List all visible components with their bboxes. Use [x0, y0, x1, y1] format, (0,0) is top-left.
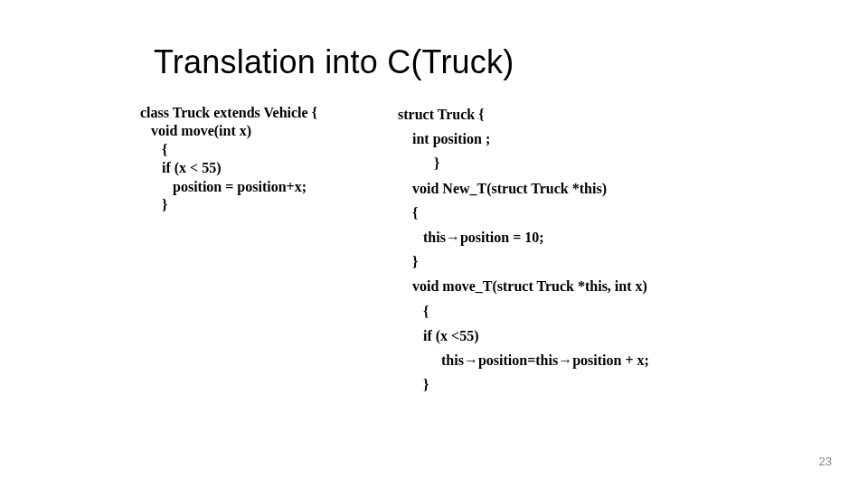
code-line: {	[398, 299, 778, 324]
code-line: void move(int x)	[140, 122, 384, 140]
code-line: }	[398, 151, 778, 175]
code-line: if (x < 55)	[140, 159, 384, 177]
code-line: int position ;	[398, 127, 778, 151]
code-line: }	[398, 249, 778, 274]
code-line: void New_T(struct Truck *this)	[398, 176, 778, 201]
left-code-column: class Truck extends Vehicle { void move(…	[140, 104, 384, 215]
slide: Translation into C(Truck) class Truck ex…	[0, 0, 868, 488]
code-line: position = position+x;	[140, 178, 384, 196]
page-number: 23	[819, 455, 832, 468]
code-line: }	[140, 196, 384, 214]
code-line: struct Truck {	[398, 107, 484, 122]
code-line: class Truck extends Vehicle {	[140, 105, 317, 120]
code-line: this→position=this→position + x;	[398, 348, 778, 372]
code-line: {	[140, 141, 384, 159]
code-line: {	[398, 201, 778, 225]
right-code-column: struct Truck { int position ; } void New…	[398, 102, 778, 397]
code-line: if (x <55)	[398, 324, 778, 348]
code-line: void move_T(struct Truck *this, int x)	[398, 274, 778, 298]
code-line: }	[398, 372, 778, 397]
slide-title: Translation into C(Truck)	[154, 43, 514, 81]
code-line: this→position = 10;	[398, 225, 778, 249]
